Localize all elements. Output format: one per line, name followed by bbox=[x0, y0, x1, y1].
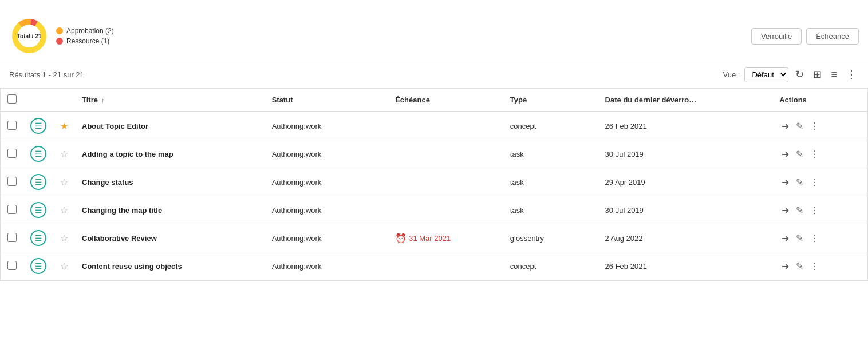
more-action-button[interactable]: ⋮ bbox=[808, 120, 822, 133]
filter-verrouillee-button[interactable]: Verrouillé bbox=[751, 28, 802, 45]
row-last-date: 30 Jul 2019 bbox=[598, 140, 773, 168]
more-action-button[interactable]: ⋮ bbox=[808, 176, 822, 189]
row-title[interactable]: Collaborative Review bbox=[82, 234, 157, 243]
row-last-date: 26 Feb 2021 bbox=[598, 252, 773, 280]
star-icon[interactable]: ★ bbox=[60, 121, 68, 131]
th-title-label: Titre bbox=[82, 96, 98, 104]
edit-action-button[interactable]: ✎ bbox=[794, 232, 806, 245]
row-checkbox[interactable] bbox=[7, 149, 17, 158]
row-checkbox[interactable] bbox=[7, 121, 17, 130]
row-type: task bbox=[503, 140, 598, 168]
more-action-button[interactable]: ⋮ bbox=[808, 148, 822, 161]
star-icon[interactable]: ☆ bbox=[60, 177, 68, 187]
arrow-action-button[interactable]: ➜ bbox=[779, 176, 791, 189]
approbation-dot bbox=[56, 27, 63, 34]
sort-asc-icon: ↑ bbox=[101, 97, 105, 104]
results-bar: Résultats 1 - 21 sur 21 Vue : Défaut ↻ ⊞… bbox=[0, 61, 868, 88]
arrow-action-button[interactable]: ➜ bbox=[779, 204, 791, 217]
th-echeance[interactable]: Échéance bbox=[388, 89, 503, 112]
row-type: task bbox=[503, 196, 598, 224]
top-bar-filters: Verrouillé Échéance bbox=[751, 28, 859, 45]
row-echeance bbox=[388, 168, 503, 196]
row-type: glossentry bbox=[503, 224, 598, 252]
star-icon[interactable]: ☆ bbox=[60, 261, 68, 271]
row-title[interactable]: Content reuse using objects bbox=[82, 262, 182, 271]
more-action-button[interactable]: ⋮ bbox=[808, 232, 822, 245]
arrow-action-button[interactable]: ➜ bbox=[779, 148, 791, 161]
th-last-date[interactable]: Date du dernier déverro… bbox=[598, 89, 773, 112]
table-row: ☰☆Content reuse using objectsAuthoring:w… bbox=[1, 252, 867, 280]
row-title[interactable]: About Topic Editor bbox=[82, 122, 148, 130]
row-echeance bbox=[388, 252, 503, 280]
edit-action-button[interactable]: ✎ bbox=[794, 120, 806, 133]
th-status-label: Statut bbox=[272, 96, 293, 104]
actions-group: ➜ ✎ ⋮ bbox=[779, 120, 861, 133]
row-checkbox[interactable] bbox=[7, 177, 17, 186]
edit-action-button[interactable]: ✎ bbox=[794, 148, 806, 161]
actions-group: ➜ ✎ ⋮ bbox=[779, 148, 861, 161]
row-checkbox[interactable] bbox=[7, 233, 17, 242]
doc-icon: ☰ bbox=[30, 174, 46, 190]
star-icon[interactable]: ☆ bbox=[60, 233, 68, 243]
columns-button[interactable]: ⊞ bbox=[811, 66, 824, 83]
clock-icon: ⏰ bbox=[395, 233, 407, 244]
select-all-checkbox[interactable] bbox=[7, 94, 17, 104]
table-row: ☰☆Collaborative ReviewAuthoring:work⏰31 … bbox=[1, 224, 867, 252]
table-header-row: Titre ↑ Statut Échéance Type Date du der… bbox=[1, 89, 867, 112]
more-options-icon: ⋮ bbox=[846, 69, 857, 80]
row-checkbox[interactable] bbox=[7, 205, 17, 214]
arrow-action-button[interactable]: ➜ bbox=[779, 232, 791, 245]
row-last-date: 30 Jul 2019 bbox=[598, 196, 773, 224]
star-icon[interactable]: ☆ bbox=[60, 205, 68, 215]
th-type-label: Type bbox=[510, 96, 527, 104]
th-actions: Actions bbox=[772, 89, 867, 112]
edit-action-button[interactable]: ✎ bbox=[794, 176, 806, 189]
th-echeance-label: Échéance bbox=[395, 96, 430, 104]
th-actions-label: Actions bbox=[779, 96, 807, 104]
row-type: concept bbox=[503, 112, 598, 140]
th-status[interactable]: Statut bbox=[265, 89, 389, 112]
actions-group: ➜ ✎ ⋮ bbox=[779, 204, 861, 217]
row-checkbox[interactable] bbox=[7, 261, 17, 270]
row-title[interactable]: Changing the map title bbox=[82, 206, 162, 215]
star-icon[interactable]: ☆ bbox=[60, 149, 68, 159]
echeance-date: 31 Mar 2021 bbox=[409, 234, 451, 243]
row-echeance bbox=[388, 112, 503, 140]
view-label: Vue : bbox=[723, 70, 740, 79]
edit-action-button[interactable]: ✎ bbox=[794, 204, 806, 217]
row-last-date: 29 Apr 2019 bbox=[598, 168, 773, 196]
chart-area: Total / 21 Approbation (2) Ressource (1) bbox=[9, 16, 114, 56]
filter-echeance-button[interactable]: Échéance bbox=[806, 28, 859, 45]
row-status: Authoring:work bbox=[265, 196, 389, 224]
row-status: Authoring:work bbox=[265, 112, 389, 140]
th-type[interactable]: Type bbox=[503, 89, 598, 112]
more-action-button[interactable]: ⋮ bbox=[808, 260, 822, 273]
row-echeance bbox=[388, 196, 503, 224]
columns-icon: ⊞ bbox=[813, 69, 822, 80]
view-select[interactable]: Défaut bbox=[744, 67, 788, 82]
row-title[interactable]: Adding a topic to the map bbox=[82, 150, 173, 158]
table-body: ☰★About Topic EditorAuthoring:workconcep… bbox=[1, 112, 867, 280]
table-row: ☰★About Topic EditorAuthoring:workconcep… bbox=[1, 112, 867, 140]
refresh-button[interactable]: ↻ bbox=[793, 66, 806, 83]
edit-action-button[interactable]: ✎ bbox=[794, 260, 806, 273]
arrow-action-button[interactable]: ➜ bbox=[779, 120, 791, 133]
donut-chart: Total / 21 bbox=[9, 16, 49, 56]
more-action-button[interactable]: ⋮ bbox=[808, 204, 822, 217]
ressource-dot bbox=[56, 38, 63, 45]
filter-button[interactable]: ≡ bbox=[828, 66, 839, 83]
th-last-date-label: Date du dernier déverro… bbox=[605, 96, 697, 104]
row-status: Authoring:work bbox=[265, 140, 389, 168]
more-options-button[interactable]: ⋮ bbox=[844, 66, 859, 83]
row-type: task bbox=[503, 168, 598, 196]
table-row: ☰☆Adding a topic to the mapAuthoring:wor… bbox=[1, 140, 867, 168]
doc-icon: ☰ bbox=[30, 230, 46, 246]
table-row: ☰☆Change statusAuthoring:worktask29 Apr … bbox=[1, 168, 867, 196]
row-last-date: 2 Aug 2022 bbox=[598, 224, 773, 252]
row-title[interactable]: Change status bbox=[82, 178, 133, 187]
refresh-icon: ↻ bbox=[795, 69, 804, 80]
th-title[interactable]: Titre ↑ bbox=[75, 89, 265, 112]
arrow-action-button[interactable]: ➜ bbox=[779, 260, 791, 273]
svg-text:Total / 21: Total / 21 bbox=[17, 33, 42, 39]
view-controls: Vue : Défaut ↻ ⊞ ≡ ⋮ bbox=[723, 66, 859, 83]
